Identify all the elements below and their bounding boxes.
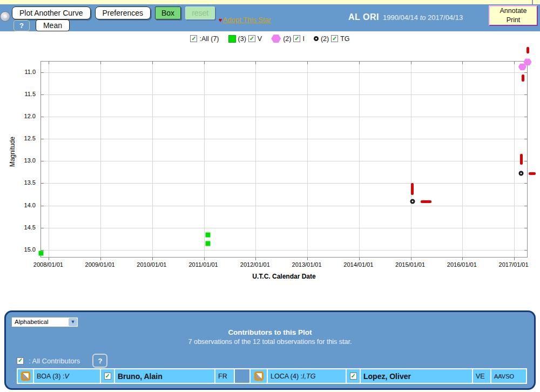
tick-mark bbox=[49, 62, 49, 64]
header-help-button[interactable]: ? bbox=[14, 20, 30, 31]
annotate-print-button[interactable]: Annotate Print bbox=[489, 5, 538, 26]
data-point-tg[interactable] bbox=[410, 199, 415, 204]
heart-icon: ♥ bbox=[219, 17, 222, 23]
date-from: 1990/04/14 bbox=[383, 13, 418, 22]
tick-mark bbox=[411, 62, 411, 64]
star-wheel-icon[interactable]: ✵ bbox=[0, 11, 10, 22]
sort-select[interactable]: Alphabetical ▼ bbox=[11, 317, 78, 327]
check-icon: ✓ bbox=[350, 373, 355, 379]
check-icon: ✓ bbox=[105, 373, 110, 379]
plot-area[interactable] bbox=[40, 61, 528, 258]
highlight-checkbox-cell bbox=[18, 369, 33, 383]
all-contributors-checkbox[interactable]: ✓ bbox=[17, 357, 24, 364]
observer-country: FR bbox=[218, 373, 227, 380]
tg-band-checkbox[interactable]: ✓ bbox=[331, 35, 338, 42]
highlight-observer-checkbox[interactable] bbox=[21, 371, 30, 381]
sort-select-value: Alphabetical bbox=[15, 319, 49, 325]
x-tick-label: 2015/01/01 bbox=[386, 261, 435, 268]
uncertainty-flag-horizontal bbox=[529, 172, 536, 175]
tick-mark bbox=[49, 258, 49, 260]
observer-code: LOCA (4) : bbox=[271, 373, 302, 380]
top-strip bbox=[0, 0, 540, 4]
tick-mark bbox=[524, 72, 527, 73]
v-band-label: V bbox=[258, 35, 262, 43]
tick-mark bbox=[152, 258, 153, 260]
tick-mark bbox=[41, 183, 44, 184]
tick-mark bbox=[524, 94, 527, 95]
observer-checkbox[interactable]: ✓ bbox=[104, 373, 111, 380]
data-point-v[interactable] bbox=[39, 251, 44, 256]
header-row-1: Plot Another Curve Preferences Box reset bbox=[12, 6, 215, 19]
x-tick-label: 2009/01/01 bbox=[76, 261, 124, 268]
x-tick-label: 2017/01/01 bbox=[489, 261, 538, 268]
legend-i-group: (2) ✓ I bbox=[271, 35, 305, 43]
y-tick-label: 11.0 bbox=[0, 69, 36, 75]
uncertainty-flag-horizontal bbox=[421, 200, 431, 203]
tick-mark bbox=[41, 228, 44, 228]
uncertainty-flag-vertical bbox=[520, 154, 523, 165]
gridline-horizontal bbox=[41, 206, 527, 206]
contributors-help-button[interactable]: ? bbox=[92, 354, 107, 368]
observer-code-cell: BOA (3) : V bbox=[34, 369, 100, 383]
tick-mark bbox=[41, 139, 44, 139]
date-to-word: to bbox=[420, 13, 426, 22]
tick-mark bbox=[524, 183, 527, 184]
band-legend: ✓ :All (7) (3) ✓ V (2) ✓ I (2) ✓ TG bbox=[0, 31, 540, 46]
header-row-2: ? Mean bbox=[14, 19, 70, 31]
tick-mark bbox=[41, 250, 44, 251]
spacer-cell bbox=[235, 369, 249, 383]
check-icon: ✓ bbox=[18, 357, 23, 363]
observer-country-cell: VE bbox=[473, 369, 490, 383]
observer-code: BOA (3) : bbox=[37, 373, 64, 380]
gridline-horizontal bbox=[41, 250, 527, 251]
print-label: Print bbox=[507, 16, 521, 24]
data-point-v[interactable] bbox=[206, 241, 211, 246]
tg-band-label: TG bbox=[340, 35, 349, 43]
tick-mark bbox=[524, 117, 527, 117]
check-icon: ✓ bbox=[249, 36, 254, 42]
y-tick-label: 14.5 bbox=[0, 224, 36, 231]
observer-checkbox[interactable]: ✓ bbox=[350, 373, 357, 380]
tick-mark bbox=[204, 258, 205, 260]
tick-mark bbox=[41, 94, 44, 95]
x-tick-label: 2014/01/01 bbox=[334, 261, 383, 268]
i-band-checkbox[interactable]: ✓ bbox=[293, 35, 300, 42]
all-bands-checkbox[interactable]: ✓ bbox=[190, 35, 197, 42]
tick-mark bbox=[514, 258, 515, 260]
tick-mark bbox=[255, 62, 256, 64]
y-tick-label: 13.5 bbox=[0, 179, 36, 186]
tick-mark bbox=[100, 258, 101, 260]
adopt-this-star-link[interactable]: ♥Adopt This Star bbox=[219, 16, 271, 24]
tick-mark bbox=[152, 62, 153, 64]
x-tick-label: 2008/01/01 bbox=[24, 261, 72, 268]
tick-mark bbox=[524, 228, 527, 228]
highlight-observer-checkbox[interactable] bbox=[254, 371, 264, 381]
v-band-square-icon bbox=[228, 35, 236, 43]
observer-name-cell: Lopez, Oliver bbox=[361, 369, 472, 383]
tick-mark bbox=[524, 206, 527, 206]
data-point-v[interactable] bbox=[206, 232, 211, 237]
y-tick-label: 14.0 bbox=[0, 202, 36, 208]
tick-mark bbox=[41, 117, 44, 117]
tick-mark bbox=[359, 62, 360, 64]
tick-mark bbox=[307, 62, 308, 64]
adopt-link-label: Adopt This Star bbox=[223, 16, 271, 24]
plot-another-curve-button[interactable]: Plot Another Curve bbox=[12, 6, 91, 19]
tick-mark bbox=[41, 206, 44, 206]
gridline-horizontal bbox=[41, 72, 527, 73]
v-band-checkbox[interactable]: ✓ bbox=[248, 35, 255, 42]
data-point-tg[interactable] bbox=[518, 171, 523, 176]
tick-mark bbox=[100, 62, 101, 64]
lightcurve-chart: Magnitude 11.011.512.012.513.013.514.014… bbox=[0, 46, 540, 289]
observer-bands: V bbox=[64, 373, 69, 380]
mean-button[interactable]: Mean bbox=[36, 19, 70, 31]
x-axis-title: U.T.C. Calendar Date bbox=[40, 273, 528, 280]
tick-mark bbox=[524, 250, 527, 251]
observer-org-cell: AAVSO bbox=[491, 369, 526, 383]
highlight-checkbox-cell bbox=[251, 369, 267, 383]
gridline-horizontal bbox=[41, 117, 527, 117]
box-button[interactable]: Box bbox=[155, 6, 181, 19]
preferences-button[interactable]: Preferences bbox=[95, 6, 151, 19]
legend-tg-group: (2) ✓ TG bbox=[314, 35, 350, 43]
strip-divider bbox=[532, 0, 533, 4]
